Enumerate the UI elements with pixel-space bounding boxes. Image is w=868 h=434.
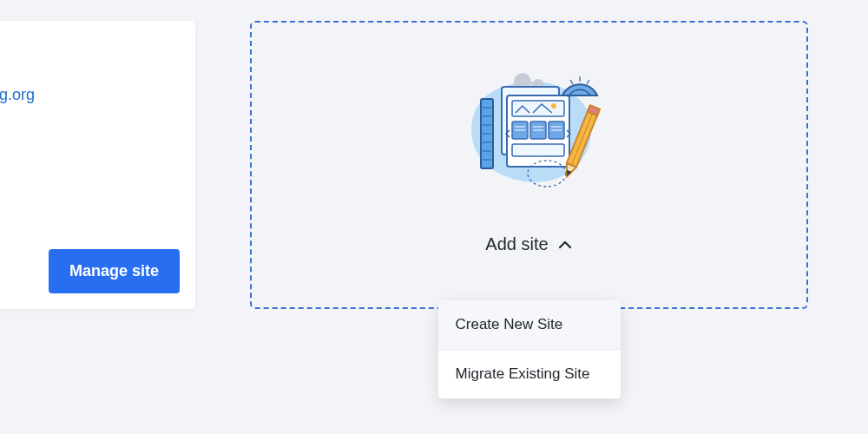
add-site-trigger[interactable]: Add site: [485, 234, 572, 254]
site-domain-link[interactable]: g.org: [0, 86, 35, 104]
add-site-card[interactable]: Add site Create New Site Migrate Existin…: [250, 21, 808, 309]
svg-point-13: [551, 103, 556, 108]
add-site-illustration: [443, 56, 616, 203]
chevron-up-icon: [557, 237, 573, 253]
add-site-dropdown: Create New Site Migrate Existing Site: [438, 300, 621, 398]
svg-line-27: [587, 80, 589, 84]
site-card: g.org Manage site: [0, 21, 195, 309]
manage-site-button[interactable]: Manage site: [49, 249, 180, 293]
svg-rect-23: [512, 144, 564, 156]
migrate-existing-site-option[interactable]: Migrate Existing Site: [438, 350, 621, 398]
create-new-site-option[interactable]: Create New Site: [438, 300, 621, 349]
add-site-label: Add site: [485, 234, 548, 254]
svg-line-26: [570, 80, 573, 84]
